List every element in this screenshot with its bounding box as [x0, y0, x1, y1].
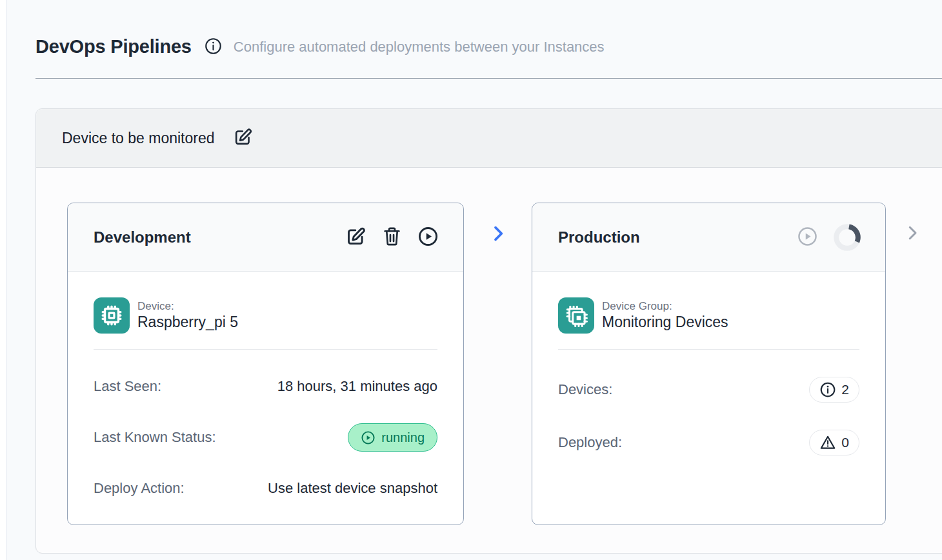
device-group-name: Monitoring Devices	[602, 313, 728, 332]
device-group-row: Device Group: Monitoring Devices	[558, 297, 859, 334]
development-card: Development	[67, 203, 464, 525]
last-known-status-row: Last Known Status: running	[94, 423, 437, 452]
production-card-actions	[797, 224, 861, 251]
running-status-text: running	[381, 430, 425, 445]
deploy-action-row: Deploy Action: Use latest device snapsho…	[94, 479, 437, 498]
device-label: Device:	[137, 299, 238, 313]
page-title: DevOps Pipelines	[35, 36, 192, 57]
edit-square-icon	[233, 127, 253, 149]
deployed-count-pill[interactable]: 0	[809, 430, 859, 455]
deployed-count: 0	[841, 435, 849, 450]
play-circle-icon	[361, 430, 376, 445]
info-circle-icon	[819, 381, 836, 398]
edit-development-button[interactable]	[345, 226, 366, 249]
device-info: Device: Raspberry_pi 5	[137, 299, 238, 332]
info-circle-icon	[205, 37, 222, 57]
page-subtitle: Configure automated deployments between …	[234, 39, 605, 55]
edit-pipeline-name-button[interactable]	[233, 127, 253, 149]
devices-row: Devices: 2	[558, 377, 859, 403]
run-production-button-disabled[interactable]	[797, 226, 818, 249]
deploy-action-value: Use latest device snapshot	[268, 480, 437, 497]
cpu-chip-icon	[94, 297, 130, 334]
running-status-badge: running	[348, 423, 437, 452]
device-row: Device: Raspberry_pi 5	[94, 297, 437, 334]
last-seen-row: Last Seen: 18 hours, 31 minutes ago	[94, 377, 437, 396]
page-info-button[interactable]	[205, 37, 222, 57]
deployed-label: Deployed:	[558, 434, 622, 451]
loading-spinner-icon	[834, 224, 861, 251]
cpu-chip-stack-icon	[558, 297, 594, 334]
card-divider	[94, 349, 437, 350]
production-card: Production	[532, 203, 886, 525]
card-divider	[558, 349, 859, 350]
deployed-row: Deployed: 0	[558, 430, 859, 455]
header-divider	[35, 78, 942, 79]
panel-title: Device to be monitored	[62, 130, 215, 147]
pipeline-stages: Development	[36, 168, 942, 525]
play-circle-disabled-icon	[797, 226, 818, 249]
device-group-label: Device Group:	[602, 299, 728, 313]
devices-count: 2	[841, 382, 849, 397]
devices-label: Devices:	[558, 381, 612, 398]
panel-header: Device to be monitored	[36, 109, 942, 168]
development-card-header: Development	[68, 203, 463, 272]
page-header: DevOps Pipelines Configure automated dep…	[6, 0, 942, 57]
chevron-right-icon	[903, 223, 922, 245]
production-card-body: Device Group: Monitoring Devices Devices…	[532, 272, 885, 455]
production-card-title: Production	[558, 228, 640, 246]
delete-development-button[interactable]	[382, 226, 402, 249]
last-seen-label: Last Seen:	[94, 378, 161, 395]
pipeline-connector	[464, 223, 532, 246]
pipeline-panel: Device to be monitored Development	[35, 108, 942, 554]
devops-pipelines-page: DevOps Pipelines Configure automated dep…	[6, 0, 942, 560]
deploy-action-label: Deploy Action:	[94, 480, 185, 497]
run-development-button[interactable]	[417, 226, 439, 249]
development-card-actions	[345, 226, 439, 249]
device-group-info: Device Group: Monitoring Devices	[602, 299, 728, 332]
trash-icon	[382, 226, 402, 249]
last-known-status-label: Last Known Status:	[94, 429, 216, 446]
development-card-body: Device: Raspberry_pi 5 Last Seen: 18 hou…	[68, 272, 463, 498]
edit-square-icon	[345, 226, 366, 249]
next-stage-button[interactable]	[903, 223, 922, 245]
last-seen-value: 18 hours, 31 minutes ago	[277, 378, 437, 395]
warning-triangle-icon	[819, 434, 836, 451]
play-circle-icon	[417, 226, 439, 249]
device-name: Raspberry_pi 5	[137, 313, 238, 332]
devices-count-pill[interactable]: 2	[809, 377, 859, 403]
production-card-header: Production	[532, 203, 885, 272]
chevron-right-icon	[488, 223, 508, 246]
development-card-title: Development	[94, 228, 191, 246]
